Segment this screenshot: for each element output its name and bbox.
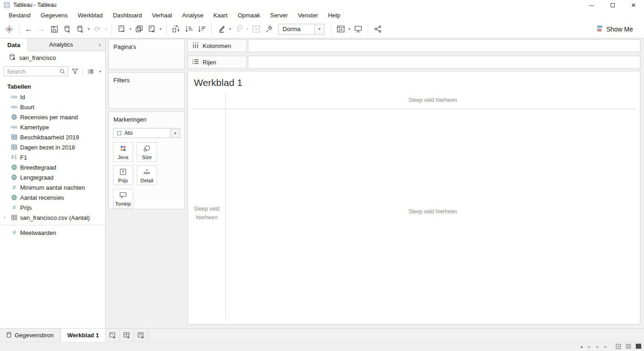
expander-icon[interactable]: › xyxy=(4,215,8,220)
group-members-caret-icon[interactable]: ▾ xyxy=(245,27,250,31)
share-button[interactable] xyxy=(371,22,384,36)
presentation-mode-button[interactable] xyxy=(352,22,365,36)
pause-auto-updates-caret-icon[interactable]: ▾ xyxy=(86,27,91,31)
pages-card[interactable]: Pagina's xyxy=(108,39,185,69)
new-datasource-button[interactable] xyxy=(61,22,74,36)
swap-rows-columns-button[interactable] xyxy=(170,22,182,36)
drop-zone-left[interactable]: Sleep veld hierheen xyxy=(188,205,225,222)
close-button[interactable]: ✕ xyxy=(623,0,644,10)
menu-item-verhaal[interactable]: Verhaal xyxy=(147,12,177,19)
nav-last-icon[interactable]: ► xyxy=(604,345,608,349)
tab-datasource[interactable]: Gegevensbron xyxy=(0,329,60,342)
highlight-caret-icon[interactable]: ▾ xyxy=(228,27,232,31)
new-story-button[interactable] xyxy=(134,329,148,342)
drop-zone-top[interactable]: Sleep veld hierheen xyxy=(225,97,640,103)
menu-item-opmaak[interactable]: Opmaak xyxy=(233,12,265,19)
new-worksheet-caret-icon[interactable]: ▾ xyxy=(128,27,133,31)
mark-type-dropdown[interactable]: Ato ▾ xyxy=(113,128,180,138)
redo-button[interactable]: → xyxy=(35,22,48,36)
field-row[interactable]: #Meetwaarden xyxy=(0,228,105,238)
undo-button[interactable]: ← xyxy=(22,22,35,36)
menu-item-werkblad[interactable]: Werkblad xyxy=(73,12,108,19)
field-row[interactable]: ›san_francisco.csv (Aantal) xyxy=(0,213,105,223)
field-row[interactable]: Lengtegraad xyxy=(0,172,105,182)
sort-ascending-button[interactable] xyxy=(182,22,195,36)
menu-item-help[interactable]: Help xyxy=(323,12,345,19)
tab-data[interactable]: Data xyxy=(0,38,28,51)
columns-shelf[interactable]: Kolommen xyxy=(188,39,640,52)
fix-axes-button[interactable] xyxy=(263,22,275,36)
field-row[interactable]: AbcKamertype xyxy=(0,122,105,132)
menu-item-venster[interactable]: Venster xyxy=(293,12,323,19)
datasource-row[interactable]: san_francisco xyxy=(0,51,105,64)
sort-descending-button[interactable] xyxy=(195,22,208,36)
nav-prev-icon[interactable]: ► xyxy=(587,345,591,349)
field-row[interactable]: #Minimum aantal nachten xyxy=(0,182,105,192)
show-filmstrip-icon[interactable] xyxy=(625,343,632,351)
view-options-icon[interactable] xyxy=(86,66,96,76)
nav-next-icon[interactable]: ► xyxy=(596,345,600,349)
field-row[interactable]: AbcId xyxy=(0,92,105,102)
menu-item-server[interactable]: Server xyxy=(265,12,293,19)
show-mark-labels-button[interactable] xyxy=(250,22,263,36)
restore-button[interactable] xyxy=(602,0,623,10)
new-dashboard-button[interactable] xyxy=(120,329,134,342)
filter-fields-icon[interactable] xyxy=(70,66,80,76)
tab-werkblad-1[interactable]: Werkblad 1 xyxy=(60,329,106,342)
show-tabs-grid-icon[interactable] xyxy=(615,343,622,351)
search-input[interactable] xyxy=(4,68,58,75)
mark-button-color[interactable]: Jeva xyxy=(113,142,133,162)
show-hide-cards-caret-icon[interactable]: ▾ xyxy=(347,27,352,31)
show-hide-cards-button[interactable] xyxy=(334,22,347,36)
clear-sheet-caret-icon[interactable]: ▾ xyxy=(158,27,163,31)
menu-item-analyse[interactable]: Analyse xyxy=(177,12,208,19)
clear-sheet-button[interactable] xyxy=(145,22,158,36)
mark-button-size[interactable]: Size xyxy=(137,142,157,162)
field-row[interactable]: Beschikbaarheid 2019 xyxy=(0,132,105,142)
field-label: Prijs xyxy=(20,204,32,211)
save-button[interactable] xyxy=(48,22,61,36)
mark-type-caret-icon[interactable]: ▾ xyxy=(170,128,180,138)
group-members-button[interactable] xyxy=(232,22,245,36)
field-row[interactable]: #Prijs xyxy=(0,202,105,213)
menu-item-bestand[interactable]: Bestand xyxy=(4,12,36,19)
field-row[interactable]: Aantal recensies xyxy=(0,192,105,202)
rows-shelf-dropzone[interactable] xyxy=(248,56,640,69)
menu-item-gegevens[interactable]: Gegevens xyxy=(36,12,73,19)
field-row[interactable]: Recensies per maand xyxy=(0,112,105,122)
worksheet-canvas[interactable]: Werkblad 1 Sleep veld hierheen Sleep vel… xyxy=(188,71,640,324)
show-sheet-view-icon[interactable] xyxy=(635,343,642,351)
field-row[interactable]: AbcBuurt xyxy=(0,102,105,112)
filters-card[interactable]: Filters xyxy=(108,72,185,109)
nav-first-icon[interactable]: ◄ xyxy=(579,345,583,349)
view-options-caret-icon[interactable]: ▾ xyxy=(98,69,102,74)
collapse-pane-button[interactable]: ‹ xyxy=(94,38,105,51)
tab-analytics[interactable]: Analytics xyxy=(28,38,94,51)
table-dim-field-icon xyxy=(8,144,20,150)
tableau-logo-button[interactable] xyxy=(3,22,16,36)
fit-selector[interactable]: Dorma ▾ xyxy=(278,24,325,35)
field-row[interactable]: Breedtegraad xyxy=(0,162,105,172)
rows-shelf[interactable]: Rijen xyxy=(188,56,640,69)
columns-shelf-dropzone[interactable] xyxy=(248,39,640,52)
mark-button-detail[interactable]: Detail xyxy=(137,165,157,185)
show-me-button[interactable]: Show Me xyxy=(596,25,641,33)
refresh-caret-icon[interactable]: ▾ xyxy=(104,27,108,31)
mark-button-label[interactable]: Prijs xyxy=(113,165,133,185)
minimize-button[interactable]: — xyxy=(581,0,602,10)
search-box[interactable] xyxy=(4,66,68,76)
fit-caret-icon[interactable]: ▾ xyxy=(314,24,324,34)
duplicate-button[interactable] xyxy=(133,22,145,36)
new-worksheet-toolbar-button[interactable] xyxy=(115,22,128,36)
field-row[interactable]: F1F1 xyxy=(0,152,105,162)
mark-button-tooltip[interactable]: Tomkip xyxy=(113,189,133,208)
menu-item-dashboard[interactable]: Dashboard xyxy=(108,12,147,19)
drop-zone-center[interactable]: Sleep veld hierheen xyxy=(225,208,640,215)
refresh-button[interactable]: ⟳ xyxy=(91,22,104,36)
field-row[interactable]: Dagen bezet in 2018 xyxy=(0,142,105,152)
menu-item-kaart[interactable]: Kaart xyxy=(209,12,233,19)
new-worksheet-button[interactable] xyxy=(106,329,120,342)
highlight-button[interactable] xyxy=(215,22,228,36)
pause-auto-updates-button[interactable] xyxy=(74,22,86,36)
rows-shelf-icon xyxy=(192,58,199,66)
